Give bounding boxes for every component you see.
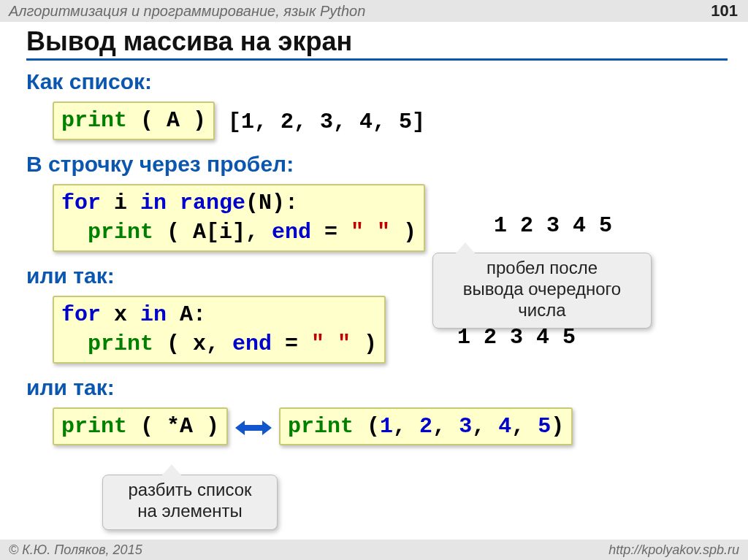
kw-end: end bbox=[232, 331, 272, 356]
copyright: © К.Ю. Поляков, 2015 bbox=[9, 542, 142, 558]
kw-end: end bbox=[272, 220, 311, 245]
kw-for: for bbox=[61, 302, 101, 327]
close: ) bbox=[390, 220, 416, 245]
kw-in: in bbox=[140, 302, 167, 327]
kw-for: for bbox=[61, 191, 101, 215]
page-number: 101 bbox=[711, 1, 738, 20]
block-for-x: for x in A: print ( x, end = " " ) 1 2 3… bbox=[26, 293, 728, 369]
section-heading-2: В строчку через пробел: bbox=[26, 152, 728, 177]
kw-print: print bbox=[61, 108, 127, 133]
kw-range: range bbox=[180, 191, 245, 215]
code-box-print-expanded: print (1, 2, 3, 4, 5) bbox=[279, 407, 573, 446]
note-line: на элементы bbox=[115, 501, 265, 522]
row-print-list: print ( A ) [1, 2, 3, 4, 5] bbox=[26, 99, 728, 146]
txt: A: bbox=[167, 302, 206, 327]
page-title: Вывод массива на экран bbox=[26, 26, 728, 61]
txt: i bbox=[101, 191, 140, 215]
code-box-for-x: for x in A: print ( x, end = " " ) bbox=[53, 296, 386, 364]
indent bbox=[61, 331, 88, 356]
txt: ( A[i], bbox=[153, 220, 272, 245]
close: ) bbox=[551, 414, 564, 439]
txt: ( x, bbox=[153, 331, 232, 356]
kw-print: print bbox=[88, 331, 153, 356]
footer: © К.Ю. Поляков, 2015 http://kpolyakov.sp… bbox=[0, 540, 748, 560]
svg-marker-0 bbox=[235, 421, 272, 435]
kw-print: print bbox=[61, 414, 127, 439]
str: " " bbox=[311, 331, 351, 356]
output-row-1: 1 2 3 4 5 bbox=[494, 213, 612, 238]
code-rest: ( A ) bbox=[127, 108, 206, 133]
double-arrow-icon bbox=[235, 415, 272, 441]
output-row-2: 1 2 3 4 5 bbox=[457, 325, 576, 350]
n: 1 bbox=[380, 414, 393, 439]
slide: Алгоритмизация и программирование, язык … bbox=[0, 0, 748, 560]
code-box-for-range: for i in range(N): print ( A[i], end = "… bbox=[53, 184, 425, 252]
indent bbox=[61, 220, 88, 245]
n: 2 bbox=[419, 414, 432, 439]
output-list: [1, 2, 3, 4, 5] bbox=[228, 110, 425, 134]
eq: = bbox=[311, 220, 351, 245]
callout-tail-icon bbox=[455, 242, 476, 254]
section-heading-1: Как список: bbox=[26, 69, 728, 94]
sp bbox=[167, 191, 180, 215]
or-heading-2: или так: bbox=[26, 375, 728, 400]
content: Вывод массива на экран Как список: print… bbox=[0, 22, 748, 451]
c: , bbox=[393, 414, 419, 439]
n: 3 bbox=[459, 414, 472, 439]
kw-in: in bbox=[140, 191, 167, 215]
c: , bbox=[472, 414, 498, 439]
txt: (N): bbox=[245, 191, 298, 215]
callout-tail-icon bbox=[161, 464, 182, 476]
n: 5 bbox=[538, 414, 551, 439]
c: , bbox=[511, 414, 538, 439]
code-box-print-star: print ( *A ) bbox=[53, 407, 228, 446]
footer-url: http://kpolyakov.spb.ru bbox=[608, 542, 739, 558]
note-line: пробел после bbox=[445, 258, 639, 279]
code-box-print-a: print ( A ) bbox=[53, 101, 215, 140]
row-star-unpack: print ( *A ) print (1, 2, 3, 4, 5) bbox=[26, 404, 728, 452]
n: 4 bbox=[498, 414, 511, 439]
txt: x bbox=[101, 302, 140, 327]
close: ) bbox=[351, 331, 377, 356]
kw-print: print bbox=[88, 220, 153, 245]
callout-unpack: разбить список на элементы bbox=[102, 475, 278, 530]
course-header: Алгоритмизация и программирование, язык … bbox=[0, 0, 748, 22]
str: " " bbox=[351, 220, 390, 245]
open: ( bbox=[354, 414, 380, 439]
eq: = bbox=[272, 331, 311, 356]
c: , bbox=[432, 414, 459, 439]
block-for-range: for i in range(N): print ( A[i], end = "… bbox=[26, 181, 728, 258]
note-line: разбить список bbox=[115, 480, 265, 501]
course-title: Алгоритмизация и программирование, язык … bbox=[9, 3, 365, 20]
kw-print: print bbox=[288, 414, 354, 439]
txt: ( *A ) bbox=[127, 414, 219, 439]
